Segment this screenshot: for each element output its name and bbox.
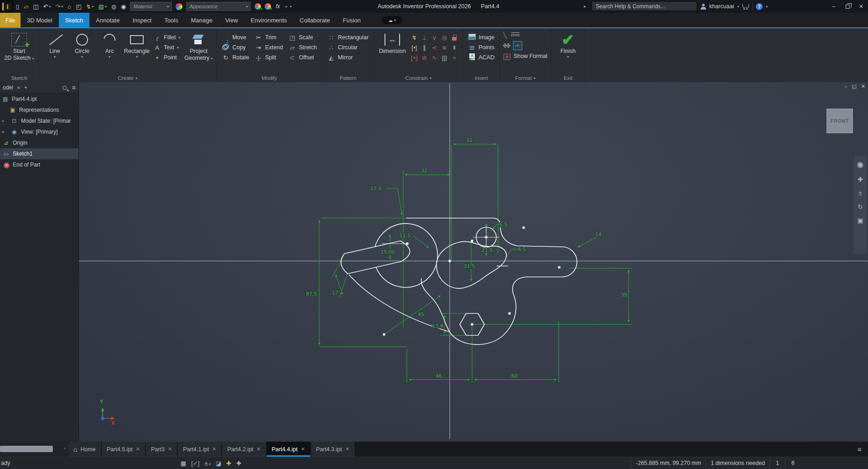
- doc-tab-part4-3-ipt[interactable]: Part4.3.ipt✕: [311, 442, 354, 457]
- sketch-point[interactable]: [471, 240, 473, 242]
- sketch-geometry[interactable]: 323217.587.515.001711.521.56.56.531.5144…: [79, 82, 868, 442]
- expand-plus-icon[interactable]: +: [1, 118, 4, 124]
- dimension-value[interactable]: 31.5: [464, 263, 475, 269]
- doc-tab-close-icon[interactable]: ✕: [256, 446, 260, 452]
- browser-search-icon[interactable]: [62, 86, 67, 90]
- sketch-point[interactable]: [509, 313, 511, 315]
- tree-origin[interactable]: ⊿Origin: [0, 137, 78, 148]
- snap-grid-icon[interactable]: ▦: [181, 460, 186, 467]
- add-qat-button[interactable]: +: [285, 3, 288, 10]
- show-format-button[interactable]: ≣ Show Format: [503, 51, 547, 61]
- tree-sketch1[interactable]: ▭Sketch1: [0, 148, 78, 159]
- copy-button[interactable]: Copy: [220, 42, 251, 52]
- dropdown-chevron-icon[interactable]: ▾: [49, 5, 51, 9]
- restore-button[interactable]: [841, 0, 854, 13]
- tab-view[interactable]: View: [219, 13, 244, 27]
- search-input[interactable]: Search Help & Commands...: [592, 1, 697, 11]
- dimension-button[interactable]: ↔ Dimension: [377, 31, 407, 55]
- dimension-value[interactable]: 45: [418, 312, 424, 318]
- dimension-value[interactable]: 17: [332, 290, 338, 296]
- dimension-value[interactable]: 17.5: [370, 186, 382, 192]
- dimension-value[interactable]: 32: [421, 168, 427, 174]
- pan-icon[interactable]: ✚: [858, 176, 863, 183]
- rectangular-button[interactable]: ∷Rectangular: [326, 32, 370, 42]
- smooth-constraint-button[interactable]: ∿: [429, 52, 439, 63]
- navigation-wheel-icon[interactable]: ◉: [857, 160, 864, 169]
- screen-move-icon[interactable]: ✚: [226, 460, 231, 467]
- dimension-value[interactable]: 15.00: [380, 249, 395, 255]
- acad-button[interactable]: ACAD: [466, 52, 496, 63]
- dimension-value[interactable]: 14: [595, 231, 602, 237]
- dropdown-chevron-icon[interactable]: ▾: [105, 5, 107, 9]
- fx-parameters-button[interactable]: fx: [275, 3, 280, 10]
- finish-sketch-button[interactable]: ✔ Finish ▾: [554, 31, 582, 59]
- help-menu-chevron[interactable]: ▾: [766, 5, 768, 9]
- tree-view[interactable]: +◉View: [Primary]: [0, 126, 78, 137]
- tab-manage[interactable]: Manage: [185, 13, 219, 27]
- tab-annotate[interactable]: Annotate: [89, 13, 126, 27]
- doc-tab-close-icon[interactable]: ✕: [212, 446, 216, 452]
- panel-label-format[interactable]: Format▾: [500, 74, 551, 82]
- doc-restore-icon[interactable]: ◱: [852, 83, 856, 89]
- minimize-button[interactable]: –: [827, 0, 841, 13]
- dimension-value[interactable]: 11.5: [400, 233, 411, 239]
- equal-constraint-button[interactable]: =: [449, 52, 459, 63]
- close-button[interactable]: ✕: [854, 0, 868, 13]
- dimension-value[interactable]: 6.5: [499, 222, 508, 228]
- publish-cloud-button[interactable]: ☁▾: [382, 16, 403, 24]
- tree-part[interactable]: ▤Part4.4.ipt: [0, 94, 78, 104]
- redo-button[interactable]: ↷▾: [53, 1, 65, 12]
- doc-tab-part4-4-ipt[interactable]: Part4.4.ipt✕: [267, 442, 310, 457]
- slice-graphics-icon[interactable]: ◪: [216, 460, 221, 467]
- tab-list-menu-icon[interactable]: ≡: [858, 445, 868, 453]
- offset-button[interactable]: ⊂Offset: [286, 52, 319, 63]
- orbit-icon[interactable]: ↻: [858, 203, 863, 210]
- sketch-point[interactable]: [485, 236, 488, 239]
- sketch-point[interactable]: [383, 334, 385, 336]
- show-constraints-constraint-button[interactable]: [•]: [409, 42, 419, 52]
- tab-environments[interactable]: Environments: [244, 13, 293, 27]
- collinear-constraint-button[interactable]: ≺: [429, 42, 439, 52]
- tab-collaborate[interactable]: Collaborate: [293, 13, 337, 27]
- dropdown-chevron-icon[interactable]: ▾: [92, 5, 94, 9]
- qat-overflow-button[interactable]: ▾: [290, 5, 291, 9]
- constraint-inference-icon[interactable]: [✓]: [191, 460, 199, 467]
- save-button[interactable]: ◫: [31, 1, 41, 12]
- tab-inspect[interactable]: Inspect: [126, 13, 158, 27]
- panel-label-create[interactable]: Create▾: [39, 74, 216, 82]
- dimension-value[interactable]: 32: [466, 137, 473, 143]
- dimension-value[interactable]: 6.5: [518, 246, 526, 252]
- arc-button[interactable]: Arc▾: [97, 31, 122, 59]
- color-wheel-icon[interactable]: [176, 3, 182, 10]
- doc-tab-close-icon[interactable]: ✕: [136, 446, 140, 452]
- sketch-point[interactable]: [523, 227, 525, 229]
- dimension-value[interactable]: 87.5: [306, 291, 317, 297]
- dimension-value[interactable]: 13.6: [432, 323, 444, 329]
- open-folder-button[interactable]: ▱: [21, 1, 31, 12]
- doc-minimize-icon[interactable]: –: [844, 83, 847, 89]
- line-button[interactable]: Line▾: [42, 31, 68, 59]
- fixed-constraint-button[interactable]: [449, 32, 459, 42]
- project-geometry-button[interactable]: ProjectGeometry ▾: [184, 31, 213, 62]
- mirror-button[interactable]: ◭Mirror: [326, 52, 370, 63]
- panel-label-constrain[interactable]: Constrain▾: [374, 74, 463, 82]
- browser-tab-label[interactable]: odel: [3, 84, 13, 91]
- tab-fusion[interactable]: Fusion: [337, 13, 367, 27]
- select-tool-button[interactable]: ▧▾: [96, 1, 109, 12]
- move-button[interactable]: Move: [220, 32, 251, 42]
- browser-add-tab-button[interactable]: +: [24, 84, 27, 91]
- search-collapse-icon[interactable]: ▸: [584, 4, 586, 9]
- material-dropdown[interactable]: Material▾: [130, 2, 172, 11]
- concentric-constraint-button[interactable]: ◎: [439, 32, 449, 42]
- doc-tab-close-icon[interactable]: ✕: [168, 446, 172, 452]
- zoom-icon[interactable]: ±: [858, 189, 862, 197]
- dimension-value[interactable]: 21.5: [482, 247, 493, 253]
- undo-button[interactable]: ↶▾: [41, 1, 53, 12]
- doc-tab-home[interactable]: ⌂Home: [68, 442, 101, 457]
- centerline-icon[interactable]: [503, 43, 510, 48]
- sketch-point[interactable]: [406, 243, 409, 245]
- appearance-dropdown[interactable]: Appearance▾: [186, 2, 251, 11]
- new-file-button[interactable]: ▯: [14, 1, 21, 12]
- browser-menu-icon[interactable]: ≡: [72, 84, 76, 91]
- fillet-button[interactable]: ╭Fillet▾: [151, 32, 182, 42]
